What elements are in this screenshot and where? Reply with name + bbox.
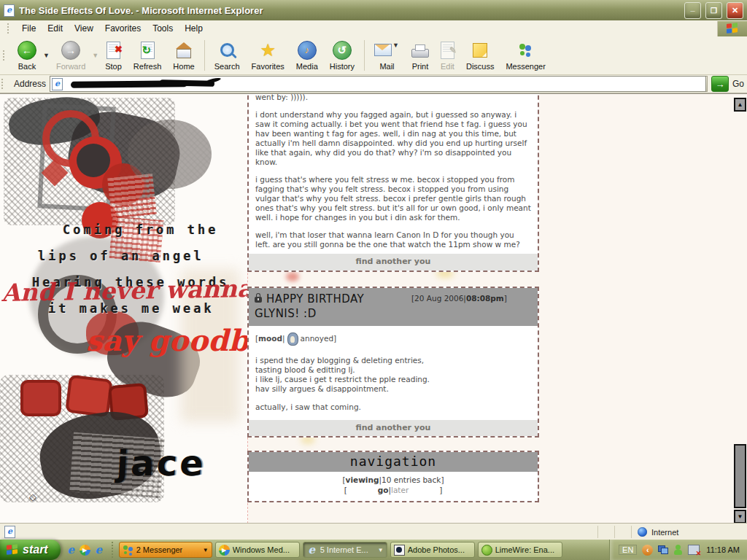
status-security-zone: Internet — [633, 526, 746, 538]
minimize-button[interactable] — [684, 2, 701, 19]
messenger-task-icon — [123, 545, 133, 556]
menu-edit[interactable]: Edit — [42, 22, 69, 35]
go-label[interactable]: Go — [732, 79, 744, 89]
toolbar-grip — [7, 23, 11, 34]
task-messenger[interactable]: 2 Messenger ▼ — [119, 542, 212, 558]
windows-logo — [717, 21, 747, 36]
entry-2-closing: actually, i saw that coming. — [255, 402, 531, 412]
messenger-icon — [517, 43, 535, 58]
tray-collapse-icon[interactable]: ‹ — [642, 545, 653, 556]
stop-button[interactable]: ✖ Stop — [99, 39, 128, 72]
art-shape — [107, 174, 157, 219]
favorites-button[interactable]: ★ Favorites — [246, 39, 290, 72]
window-title: The Side Effects Of Love. - Microsoft In… — [19, 5, 680, 16]
print-icon — [411, 49, 429, 58]
entry-2-header: HAPPY BIRTHDAY GLYNIS! :D [20 Aug 2006|0… — [249, 288, 538, 326]
task-adobe-photoshop[interactable]: Adobe Photos... — [390, 542, 475, 558]
page-scroll-up-button[interactable] — [734, 98, 746, 112]
later-link[interactable]: later — [391, 486, 409, 494]
edit-button[interactable]: ✎ Edit — [435, 39, 460, 72]
sidebar-art: Coming from the lips of an angel Hearing… — [0, 94, 248, 524]
toolbar-separator — [204, 40, 205, 71]
ie-task-icon — [306, 545, 317, 556]
mail-dropdown[interactable]: ▼ — [392, 42, 399, 49]
page-icon — [52, 78, 63, 90]
task-windows-media[interactable]: Windows Med... — [215, 542, 300, 558]
clock[interactable]: 11:18 AM — [705, 545, 740, 554]
status-bar: Internet — [0, 523, 747, 540]
quick-launch-ie-icon[interactable] — [66, 545, 77, 556]
back-button[interactable]: ← Back — [12, 39, 42, 72]
maximize-button[interactable] — [705, 2, 722, 19]
page-scroll-down-button[interactable] — [734, 510, 746, 524]
address-bar: Address ▼ → Go — [0, 75, 747, 93]
mail-button[interactable]: ▼ Mail — [368, 39, 406, 72]
back-icon: ← — [18, 41, 36, 60]
close-button[interactable] — [727, 2, 743, 19]
art-shape — [20, 380, 61, 416]
photoshop-task-icon — [394, 545, 405, 556]
refresh-icon: ↻ — [141, 42, 155, 59]
quick-launch-browser-icon[interactable] — [93, 545, 104, 556]
paint-smudge — [286, 272, 299, 281]
tray-disconnected-icon[interactable] — [688, 545, 700, 555]
task-group-dropdown[interactable]: ▼ — [203, 547, 209, 553]
task-internet-explorer[interactable]: 5 Internet E... ▼ — [303, 542, 387, 558]
viewing-line: [viewing|10 entries back] — [249, 475, 538, 486]
search-icon — [220, 43, 234, 57]
search-button[interactable]: Search — [209, 39, 246, 72]
task-group-dropdown[interactable]: ▼ — [378, 547, 384, 553]
entry-2-line: tasting blood & editting lj. — [255, 365, 531, 375]
stop-icon: ✖ — [107, 42, 120, 59]
internet-globe-icon — [638, 527, 647, 537]
entry-1-paragraph: i dont understand why you fagged again, … — [255, 110, 531, 167]
status-cell — [598, 526, 615, 538]
forward-icon: → — [61, 41, 80, 60]
messenger-button[interactable]: Messenger — [500, 39, 551, 72]
menu-view[interactable]: View — [69, 22, 99, 35]
menu-tools[interactable]: Tools — [147, 22, 179, 35]
refresh-button[interactable]: ↻ Refresh — [128, 39, 168, 72]
entry-1-comment-link[interactable]: find another you — [249, 254, 538, 271]
browser-viewport: Coming from the lips of an angel Hearing… — [0, 93, 747, 524]
tray-network-icon[interactable] — [658, 545, 668, 554]
home-button[interactable]: Home — [167, 39, 200, 72]
entry-1-body: went by: ))))). i dont understand why yo… — [249, 93, 538, 254]
lock-icon — [255, 297, 262, 303]
language-indicator[interactable]: EN — [619, 545, 637, 555]
ie-app-icon — [4, 4, 15, 17]
navigation-box: navigation [viewing|10 entries back] [go… — [247, 451, 539, 502]
print-button[interactable]: Print — [406, 39, 435, 72]
quick-launch-media-player-icon[interactable] — [80, 545, 90, 556]
tray-messenger-status-icon[interactable] — [673, 545, 683, 555]
go-line: [go|later] — [249, 486, 538, 496]
address-input[interactable] — [50, 76, 706, 92]
menu-bar: File Edit View Favorites Tools Help — [0, 20, 747, 37]
task-limewire[interactable]: LimeWire: Ena... — [478, 542, 562, 558]
entry-2-comment-link[interactable]: find another you — [249, 420, 538, 437]
page-scrollbar-thumb[interactable] — [734, 444, 746, 508]
menu-help[interactable]: Help — [179, 22, 209, 35]
toolbar-separator — [364, 40, 365, 71]
go-button-icon[interactable]: → — [711, 76, 729, 92]
mood-penguin-icon — [287, 332, 298, 346]
back-dropdown[interactable]: ▼ — [43, 52, 50, 59]
discuss-button[interactable]: Discuss — [460, 39, 500, 72]
windows-flag-icon — [727, 23, 738, 34]
diamond-mark: ◇ — [29, 491, 36, 502]
history-button[interactable]: History — [324, 39, 360, 72]
start-button[interactable]: start — [0, 540, 61, 560]
media-button[interactable]: Media — [290, 39, 324, 72]
entry-2-mood: [mood|annoyed] — [249, 326, 538, 346]
forward-button[interactable]: → Forward — [50, 39, 91, 72]
navigation-body: [viewing|10 entries back] [go|later] — [249, 472, 538, 500]
history-icon — [333, 41, 352, 60]
media-icon — [298, 41, 317, 60]
forward-dropdown[interactable]: ▼ — [92, 52, 98, 59]
address-label: Address — [14, 79, 46, 89]
title-bar: The Side Effects Of Love. - Microsoft In… — [0, 0, 747, 20]
journal-entry-2: HAPPY BIRTHDAY GLYNIS! :D [20 Aug 2006|0… — [247, 287, 539, 438]
menu-file[interactable]: File — [16, 22, 42, 35]
menu-favorites[interactable]: Favorites — [99, 22, 147, 35]
start-flag-icon — [7, 544, 18, 556]
